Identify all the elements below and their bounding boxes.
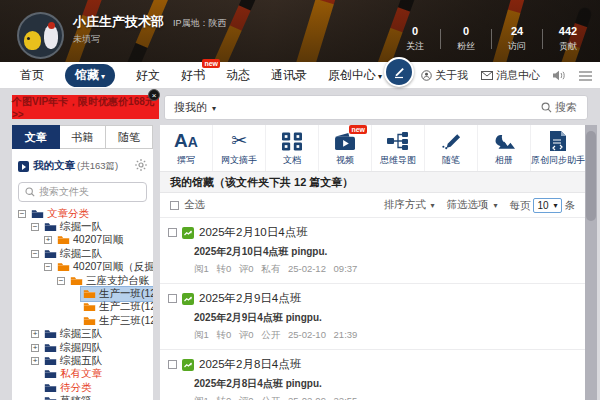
main-panel: AA 撰写 ✂ 网文摘手 文档 视频 new 思维导图 随笔 相册 原创同步助手… <box>160 125 585 400</box>
sidebar-tabs: 文章书籍随笔 <box>12 125 153 149</box>
nav-item-首页[interactable]: 首页 <box>20 67 44 84</box>
folder-label: 综掘四队 <box>60 341 102 355</box>
scissors-icon: ✂ <box>231 129 247 153</box>
create-tool-label: 撰写 <box>177 154 195 167</box>
create-tool-原创同步助手[interactable]: 原创同步助手 <box>530 125 585 171</box>
folder-tree: − 文章分类 − 综掘一队 + 40207回顺 − 综掘二队 − 40207回顺… <box>12 207 153 400</box>
avatar[interactable] <box>17 12 64 59</box>
article-checkbox[interactable] <box>168 360 177 369</box>
article-title[interactable]: 2025年2月9日4点班 <box>199 291 301 306</box>
folder-tree-item[interactable]: + 40207回顺 <box>12 234 153 247</box>
article-checkbox[interactable] <box>168 228 177 237</box>
folder-icon <box>44 396 57 400</box>
nav-item-动态[interactable]: 动态 <box>226 67 250 84</box>
doc-grid-icon <box>282 129 302 153</box>
article-title[interactable]: 2025年2月10日4点班 <box>199 225 308 240</box>
search-input[interactable] <box>225 96 541 119</box>
folder-tree-item[interactable]: 生产三班(12) <box>12 314 153 327</box>
about-me-link[interactable]: 关于我 <box>421 68 468 83</box>
folder-tree-item[interactable]: 草稿箱 <box>12 394 153 400</box>
stat-label: 访问 <box>499 40 535 53</box>
folder-icon <box>83 289 96 299</box>
stat-divider <box>440 29 441 49</box>
expander-icon[interactable]: + <box>31 344 39 352</box>
folder-search-box[interactable]: 搜索文件夹 <box>18 182 147 202</box>
expander-icon[interactable]: + <box>31 330 39 338</box>
global-search-bar: 搜我的 ▾ 搜索 <box>164 95 588 120</box>
expander-icon[interactable]: + <box>31 357 39 365</box>
create-tool-随笔[interactable]: 随笔 <box>424 125 477 171</box>
folder-tree-item[interactable]: − 40207回顺（反掘） <box>12 261 153 274</box>
list-view-button[interactable] <box>579 71 592 81</box>
create-tool-文档[interactable]: 文档 <box>265 125 318 171</box>
folder-tree-item[interactable]: 私有文章 <box>12 368 153 381</box>
sidebar-tab-文章[interactable]: 文章 <box>12 125 60 149</box>
folder-tree-item[interactable]: − 三座支护台账 <box>12 274 153 287</box>
folder-tree-item[interactable]: + 综掘三队 <box>12 328 153 341</box>
search-button[interactable]: 搜索 <box>541 100 587 115</box>
folder-tree-item[interactable]: + 综掘五队 <box>12 354 153 367</box>
article-checkbox[interactable] <box>168 294 177 303</box>
folder-icon <box>83 316 96 326</box>
promo-close-button[interactable]: × <box>148 89 160 101</box>
create-tool-相册[interactable]: 相册 <box>477 125 530 171</box>
nav-item-馆藏[interactable]: 馆藏▾ <box>65 64 115 87</box>
folder-icon <box>57 262 70 272</box>
folder-icon <box>44 329 57 339</box>
article-doc-icon <box>182 293 194 305</box>
stat-divider <box>542 29 543 49</box>
expander-icon[interactable]: − <box>44 263 52 271</box>
folder-tree-item[interactable]: 生产二班(12) <box>12 301 153 314</box>
expander-icon[interactable]: + <box>44 236 52 244</box>
create-tool-视频[interactable]: 视频 new <box>318 125 371 171</box>
expander-icon[interactable]: − <box>31 250 39 258</box>
create-tool-撰写[interactable]: AA 撰写 <box>160 125 212 171</box>
nav-item-通讯录[interactable]: 通讯录 <box>271 67 307 84</box>
sidebar-tab-书籍[interactable]: 书籍 <box>60 125 107 149</box>
article-title[interactable]: 2025年2月8日4点班 <box>199 357 301 372</box>
per-page-suffix: 条 <box>565 199 576 211</box>
create-tool-思维导图[interactable]: 思维导图 <box>371 125 424 171</box>
folder-tree-item[interactable]: − 综掘二队 <box>12 247 153 260</box>
per-page-control: 每页 10▾ 条 <box>510 198 575 213</box>
folder-settings-button[interactable] <box>135 157 147 175</box>
search-scope-dropdown[interactable]: 搜我的 ▾ <box>165 100 225 115</box>
filter-dropdown[interactable]: 筛选选项 ▾ <box>447 198 498 212</box>
expander-icon[interactable]: − <box>31 223 39 231</box>
person-circle-icon <box>421 70 432 81</box>
nav-item-好文[interactable]: 好文 <box>136 67 160 84</box>
folder-tree-item[interactable]: − 综掘一队 <box>12 220 153 233</box>
folder-tree-item[interactable]: 待分类 <box>12 381 153 394</box>
vip-promo-banner[interactable]: 个图VIP年卡，限时优惠价168元>> <box>12 95 159 119</box>
sort-dropdown[interactable]: 排序方式 ▾ <box>384 198 435 212</box>
message-center-link[interactable]: 消息中心 <box>481 68 540 83</box>
folder-label: 40207回顺（反掘） <box>73 260 153 274</box>
nav-item-原创中心[interactable]: 原创中心▾ <box>328 67 382 84</box>
folder-tree-item[interactable]: − 文章分类 <box>12 207 153 220</box>
per-page-select[interactable]: 10▾ <box>533 198 561 213</box>
scrollbar-thumb[interactable] <box>586 131 596 221</box>
envelope-icon <box>481 71 493 80</box>
stat-item: 0 关注 <box>397 25 433 53</box>
stat-item: 24 访问 <box>499 25 535 53</box>
create-tool-网文摘手[interactable]: ✂ 网文摘手 <box>212 125 265 171</box>
write-article-button[interactable] <box>384 57 414 87</box>
select-all-checkbox[interactable] <box>170 201 179 210</box>
audio-toggle[interactable] <box>553 70 566 81</box>
collapse-arrow-icon[interactable] <box>18 161 29 172</box>
folder-label: 文章分类 <box>47 207 89 221</box>
folder-tree-item[interactable]: 生产一班(12) <box>12 287 153 300</box>
folder-icon <box>70 276 83 286</box>
expander-icon[interactable]: − <box>18 210 26 218</box>
article-meta: 阅1 转0 评0 公开 25-02-09 22:55 <box>194 395 577 400</box>
folder-label: 生产三班(12) <box>99 314 153 328</box>
nav-item-好书[interactable]: 好书new <box>181 67 205 84</box>
folder-tree-item[interactable]: + 综掘四队 <box>12 341 153 354</box>
folder-label: 生产一班(12) <box>99 287 153 301</box>
message-center-label: 消息中心 <box>496 68 540 83</box>
expander-icon[interactable]: − <box>57 277 65 285</box>
article-item: 2025年2月9日4点班 2025年2月9日4点班 pingpu. 阅1 转0 … <box>160 284 585 350</box>
gear-icon <box>135 159 147 171</box>
scrollbar[interactable] <box>585 125 597 400</box>
sidebar-tab-随笔[interactable]: 随笔 <box>106 125 153 149</box>
